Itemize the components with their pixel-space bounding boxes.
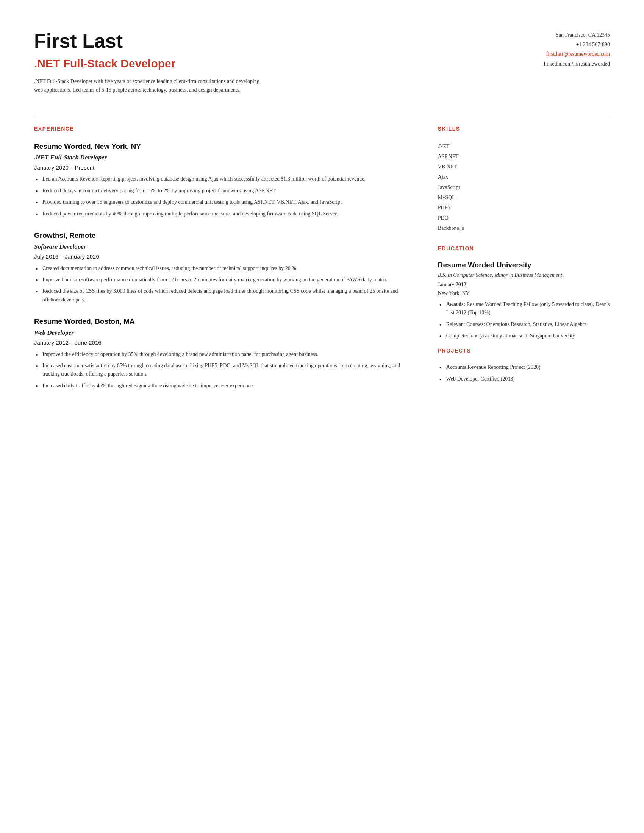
contact-address: San Francisco, CA 12345 [504, 30, 610, 40]
skill-3: VB.NET [438, 162, 610, 172]
contact-email[interactable]: first.last@resumeworded.com [546, 51, 610, 57]
bullet-2-2: Improved built-in software performance d… [34, 276, 415, 284]
date-range-3: January 2012 – June 2016 [34, 338, 415, 347]
right-column: SKILLS .NET ASP.NET VB.NET Ajax JavaScri… [438, 125, 610, 803]
candidate-title: .NET Full-Stack Developer [34, 55, 504, 72]
skill-7: PHP5 [438, 203, 610, 213]
resume-page: First Last .NET Full-Stack Developer .NE… [0, 0, 644, 833]
company-name-3: Resume Worded, [34, 317, 93, 325]
header-divider [34, 117, 610, 117]
company-location-2: Remote [69, 232, 96, 239]
project-2: Web Developer Certified (2013) [438, 375, 610, 383]
skill-4: Ajax [438, 172, 610, 182]
job-block-3: Resume Worded, Boston, MA Web Developer … [34, 316, 415, 390]
date-range-1: January 2020 – Present [34, 164, 415, 172]
company-line-3: Resume Worded, Boston, MA [34, 316, 415, 327]
contact-linkedin: linkedin.com/in/resumeworded [504, 59, 610, 69]
projects-section-title: PROJECTS [438, 347, 610, 356]
bullet-2-3: Reduced the size of CSS files by 3,000 l… [34, 287, 415, 304]
edu-bullets: Awards: Resume Worded Teaching Fellow (o… [438, 300, 610, 340]
skill-5: JavaScript [438, 182, 610, 192]
candidate-summary: .NET Full-Stack Developer with five year… [34, 77, 269, 94]
edu-bullet-2: Relevant Courses: Operations Research, S… [438, 320, 610, 329]
left-column: EXPERIENCE Resume Worded, New York, NY .… [34, 125, 415, 803]
header-left: First Last .NET Full-Stack Developer .NE… [34, 30, 504, 94]
skills-section: SKILLS .NET ASP.NET VB.NET Ajax JavaScri… [438, 125, 610, 233]
edu-bullet-3-text: Completed one-year study abroad with Sin… [446, 333, 575, 338]
edu-bullet-1: Awards: Resume Worded Teaching Fellow (o… [438, 300, 610, 317]
bullets-2: Created documentation to address common … [34, 264, 415, 304]
company-line-2: Growthsi, Remote [34, 230, 415, 241]
skill-9: Backbone.js [438, 223, 610, 233]
bullet-1-3: Provided training to over 15 engineers t… [34, 198, 415, 206]
bullet-1-4: Reduced power requirements by 40% throug… [34, 210, 415, 218]
job-block-1: Resume Worded, New York, NY .NET Full-St… [34, 141, 415, 218]
edu-date: January 2012 [438, 281, 610, 288]
edu-bullet-1-text: Resume Worded Teaching Fellow (only 5 aw… [446, 301, 610, 315]
projects-section: PROJECTS Accounts Revenue Reporting Proj… [438, 347, 610, 383]
header-right: San Francisco, CA 12345 +1 234 567-890 f… [504, 30, 610, 69]
company-line-1: Resume Worded, New York, NY [34, 141, 415, 152]
bullet-3-3: Increased daily traffic by 45% through r… [34, 382, 415, 390]
two-column-layout: EXPERIENCE Resume Worded, New York, NY .… [34, 125, 610, 803]
skills-list: .NET ASP.NET VB.NET Ajax JavaScript MySQ… [438, 141, 610, 233]
skill-6: MySQL [438, 192, 610, 203]
job-block-2: Growthsi, Remote Software Developer July… [34, 230, 415, 304]
skill-2: ASP.NET [438, 151, 610, 162]
date-range-2: July 2016 – January 2020 [34, 252, 415, 261]
header-section: First Last .NET Full-Stack Developer .NE… [34, 30, 610, 94]
edu-bullet-3: Completed one-year study abroad with Sin… [438, 332, 610, 340]
company-name-1: Resume Worded, [34, 142, 93, 150]
skill-1: .NET [438, 141, 610, 151]
bullet-3-1: Improved the efficiency of operation by … [34, 350, 415, 359]
bullet-1-1: Led an Accounts Revenue Reporting projec… [34, 175, 415, 183]
education-section-title: EDUCATION [438, 244, 610, 254]
bullet-2-1: Created documentation to address common … [34, 264, 415, 273]
skill-8: PDO [438, 213, 610, 223]
edu-bullet-1-bold: Awards: [446, 301, 465, 307]
company-location-3: Boston, MA [95, 317, 135, 325]
education-section: EDUCATION Resume Worded University B.S. … [438, 244, 610, 340]
job-title-1: .NET Full-Stack Developer [34, 153, 415, 162]
contact-phone: +1 234 567-890 [504, 40, 610, 49]
project-1: Accounts Revenue Reporting Project (2020… [438, 363, 610, 371]
job-title-3: Web Developer [34, 328, 415, 338]
edu-block: Resume Worded University B.S. in Compute… [438, 261, 610, 340]
bullet-1-2: Reduced delays in contract delivery paci… [34, 187, 415, 195]
edu-degree: B.S. in Computer Science, Minor in Busin… [438, 271, 610, 279]
projects-list: Accounts Revenue Reporting Project (2020… [438, 363, 610, 383]
bullets-1: Led an Accounts Revenue Reporting projec… [34, 175, 415, 218]
job-title-2: Software Developer [34, 242, 415, 252]
company-name-2: Growthsi, [34, 232, 68, 239]
company-location-1: New York, NY [95, 142, 141, 150]
edu-bullet-2-text: Relevant Courses: Operations Research, S… [446, 322, 587, 327]
skills-section-title: SKILLS [438, 125, 610, 134]
candidate-name: First Last [34, 30, 504, 52]
edu-school-name: Resume Worded University [438, 261, 610, 270]
experience-section-title: EXPERIENCE [34, 125, 415, 134]
bullets-3: Improved the efficiency of operation by … [34, 350, 415, 391]
bullet-3-2: Increased customer satisfaction by 65% t… [34, 362, 415, 379]
edu-location: New York, NY [438, 289, 610, 297]
